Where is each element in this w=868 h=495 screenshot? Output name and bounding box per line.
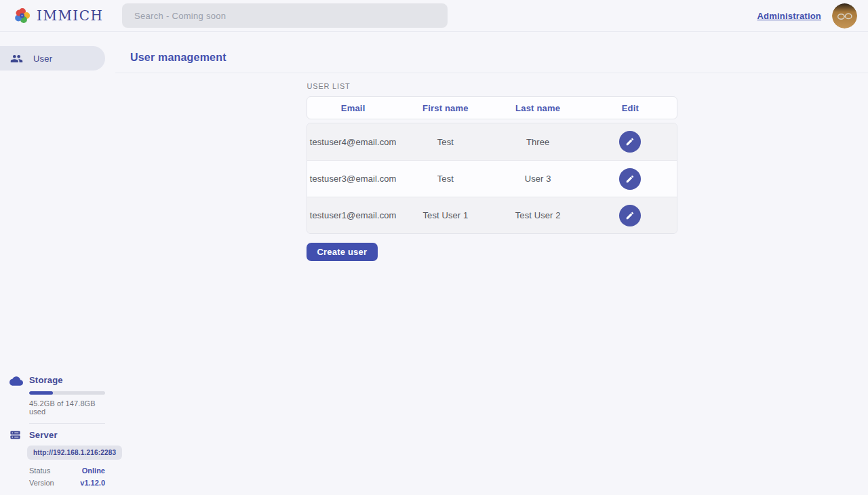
search-input[interactable] (122, 3, 448, 28)
server-url-badge: http://192.168.1.216:2283 (27, 446, 122, 460)
storage-title: Storage (29, 375, 105, 385)
cell-email: testuser1@email.com (307, 210, 399, 220)
immich-logo-icon (14, 7, 31, 24)
main-content: User management USER LIST Email First na… (115, 32, 868, 495)
administration-link[interactable]: Administration (757, 11, 821, 21)
page-title: User management (130, 52, 868, 64)
user-avatar[interactable] (832, 3, 857, 28)
cell-email: testuser4@email.com (307, 137, 399, 147)
server-version-row: Version v1.12.0 (29, 479, 105, 487)
sidebar-divider (29, 423, 105, 424)
cell-first-name: Test (399, 174, 492, 184)
column-header-first-name: First name (399, 103, 492, 113)
edit-user-button[interactable] (619, 168, 641, 190)
server-section: Server http://192.168.1.216:2283 Status … (0, 430, 115, 487)
cell-first-name: Test (399, 137, 492, 147)
brand-name: IMMICH (37, 7, 104, 24)
cell-last-name: Test User 2 (492, 210, 584, 220)
cell-last-name: Three (492, 137, 584, 147)
user-table-header: Email First name Last name Edit (307, 96, 677, 119)
storage-progress-fill (29, 391, 53, 395)
server-status-row: Status Online (29, 467, 105, 475)
column-header-edit: Edit (584, 103, 676, 113)
users-icon (10, 52, 23, 65)
column-header-last-name: Last name (492, 103, 584, 113)
cloud-icon (9, 374, 23, 391)
cell-email: testuser3@email.com (307, 174, 399, 184)
brand[interactable]: IMMICH (14, 7, 122, 24)
storage-progress-bar (29, 391, 105, 395)
page-header: User management (115, 32, 868, 73)
version-label: Version (29, 479, 54, 487)
table-row: testuser3@email.com Test User 3 (307, 160, 677, 197)
cell-first-name: Test User 1 (399, 210, 492, 220)
storage-section: Storage 45.2GB of 147.8GB used (0, 375, 115, 416)
top-nav: IMMICH Administration (0, 0, 868, 32)
status-label: Status (29, 467, 50, 475)
table-row: testuser1@email.com Test User 1 Test Use… (307, 197, 677, 233)
table-row: testuser4@email.com Test Three (307, 123, 677, 160)
column-header-email: Email (307, 103, 399, 113)
version-value: v1.12.0 (80, 479, 105, 487)
edit-user-button[interactable] (619, 205, 641, 226)
storage-usage-caption: 45.2GB of 147.8GB used (29, 399, 105, 416)
server-title: Server (29, 430, 105, 440)
user-list-label: USER LIST (307, 82, 677, 90)
pencil-icon (625, 174, 635, 184)
create-user-button[interactable]: Create user (307, 243, 378, 261)
sidebar: User Storage 45.2GB of 147.8GB used (0, 32, 115, 495)
edit-user-button[interactable] (619, 131, 641, 153)
status-value: Online (82, 467, 105, 475)
pencil-icon (625, 137, 635, 146)
user-table: testuser4@email.com Test Three (307, 123, 677, 234)
cell-last-name: User 3 (492, 174, 584, 184)
pencil-icon (625, 211, 635, 220)
sidebar-item-user-label: User (33, 54, 52, 64)
sidebar-item-user[interactable]: User (0, 46, 105, 71)
server-icon (9, 429, 21, 443)
